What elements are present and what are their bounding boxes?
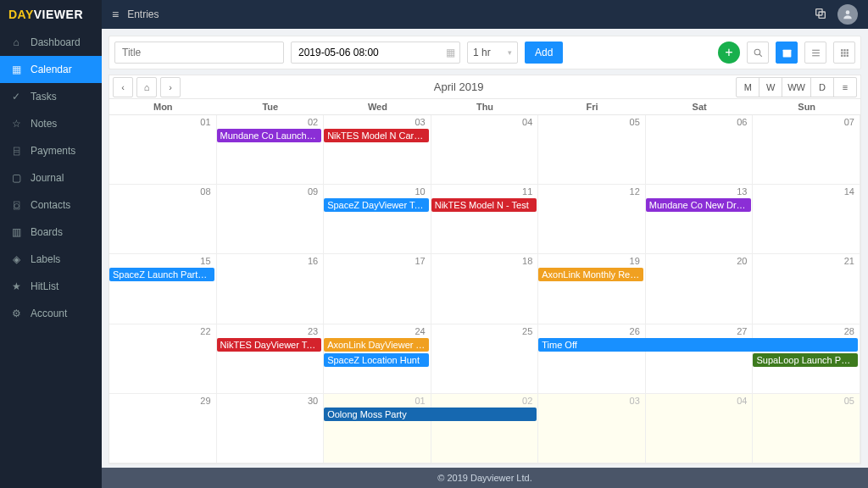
logo: DAYVIEWER xyxy=(0,0,102,29)
day-number: 03 xyxy=(630,396,640,406)
event[interactable]: AxonLink Monthly Report xyxy=(538,268,643,281)
day-cell[interactable]: 30 xyxy=(217,394,325,463)
day-number: 12 xyxy=(630,186,640,197)
day-cell[interactable]: 20 xyxy=(646,254,754,324)
day-cell[interactable]: 18 xyxy=(431,254,539,324)
event[interactable]: NikTES DayViewer Team Room xyxy=(217,338,322,352)
day-number: 26 xyxy=(630,326,640,336)
duration-select[interactable]: 1 hr ▾ xyxy=(467,42,518,64)
view-WW[interactable]: WW xyxy=(782,77,811,97)
day-cell[interactable]: 01 xyxy=(324,394,431,463)
view-M[interactable]: M xyxy=(736,77,760,97)
prev-button[interactable]: ‹ xyxy=(113,77,133,97)
day-cell[interactable]: 15 xyxy=(109,254,217,324)
day-cell[interactable]: 05 xyxy=(753,394,860,463)
day-cell[interactable]: 29 xyxy=(109,394,217,463)
event[interactable]: Mundane Co Launch Party ... xyxy=(217,129,322,142)
day-number: 09 xyxy=(308,186,318,197)
nav-label: Contacts xyxy=(31,199,70,211)
day-cell[interactable]: 22 xyxy=(109,324,217,394)
nav-tasks[interactable]: ✓Tasks xyxy=(0,83,102,110)
view-≡[interactable]: ≡ xyxy=(833,77,857,97)
nav-dashboard[interactable]: ⌂Dashboard xyxy=(0,29,102,56)
view-calendar-button[interactable] xyxy=(776,42,798,64)
nav-journal[interactable]: ▢Journal xyxy=(0,164,102,191)
view-grid-button[interactable] xyxy=(833,42,855,64)
day-cell[interactable]: 05 xyxy=(538,115,646,185)
event[interactable]: NikTES Model N Car Ideas xyxy=(324,129,429,142)
day-cell[interactable]: 11 xyxy=(431,185,539,254)
nav-contacts[interactable]: ⌼Contacts xyxy=(0,191,102,219)
title-input[interactable] xyxy=(114,42,284,64)
day-cell[interactable]: 02 xyxy=(431,394,539,463)
account-icon: ⚙ xyxy=(10,308,22,319)
day-cell[interactable]: 03 xyxy=(324,115,431,185)
event[interactable]: Mundane Co New Drill Bit xyxy=(646,198,751,212)
nav-account[interactable]: ⚙Account xyxy=(0,300,102,327)
duration-value: 1 hr xyxy=(473,47,491,58)
event[interactable]: SpaceZ DayViewer Team Ro... xyxy=(324,198,429,212)
nav-calendar[interactable]: ▦Calendar xyxy=(0,56,102,83)
today-button[interactable]: ⌂ xyxy=(136,77,157,97)
nav-payments[interactable]: ⌸Payments xyxy=(0,137,102,164)
datetime-input[interactable] xyxy=(291,42,460,64)
event[interactable]: SpaceZ Launch Party Paym... xyxy=(109,268,214,281)
day-number: 30 xyxy=(308,396,318,406)
day-cell[interactable]: 04 xyxy=(431,115,539,185)
next-button[interactable]: › xyxy=(160,77,181,97)
day-cell[interactable]: 26 xyxy=(538,324,646,394)
day-cell[interactable]: 13 xyxy=(646,185,754,254)
notes-icon: ☆ xyxy=(10,118,22,130)
contacts-icon: ⌼ xyxy=(10,199,22,211)
calendar-title: April 2019 xyxy=(181,80,737,93)
day-number: 05 xyxy=(844,396,854,406)
dayhdr-wed: Wed xyxy=(324,99,431,114)
day-cell[interactable]: 03 xyxy=(538,394,646,463)
day-cell[interactable]: 25 xyxy=(431,324,539,394)
day-cell[interactable]: 01 xyxy=(109,115,217,185)
day-cell[interactable]: 07 xyxy=(753,115,860,185)
day-cell[interactable]: 14 xyxy=(753,185,860,254)
event[interactable]: AxonLink DayViewer Team ... xyxy=(324,338,429,352)
day-cell[interactable]: 23 xyxy=(217,324,325,394)
view-W[interactable]: W xyxy=(759,77,782,97)
nav-hitlist[interactable]: ★HitList xyxy=(0,273,102,300)
day-cell[interactable]: 17 xyxy=(324,254,431,324)
day-number: 16 xyxy=(308,256,318,266)
dashboard-icon: ⌂ xyxy=(10,36,22,48)
day-cell[interactable]: 19 xyxy=(538,254,646,324)
menu-icon[interactable]: ≡ xyxy=(112,8,119,21)
day-cell[interactable]: 12 xyxy=(538,185,646,254)
day-cell[interactable]: 09 xyxy=(217,185,325,254)
copy-icon[interactable] xyxy=(814,7,829,22)
avatar[interactable] xyxy=(837,4,858,25)
svg-rect-10 xyxy=(841,49,843,51)
event[interactable]: Time Off xyxy=(538,338,858,352)
svg-line-4 xyxy=(759,53,761,56)
svg-rect-17 xyxy=(843,54,845,56)
event[interactable]: SupaLoop Launch Party Pa... xyxy=(753,353,858,367)
day-cell[interactable]: 10 xyxy=(324,185,431,254)
day-cell[interactable]: 04 xyxy=(646,394,754,463)
nav-notes[interactable]: ☆Notes xyxy=(0,110,102,137)
view-D[interactable]: D xyxy=(810,77,834,97)
day-cell[interactable]: 02 xyxy=(217,115,325,185)
view-list-button[interactable] xyxy=(804,42,826,64)
svg-rect-18 xyxy=(846,54,848,56)
svg-rect-16 xyxy=(841,54,843,56)
day-cell[interactable]: 27 xyxy=(646,324,754,394)
create-button[interactable]: + xyxy=(718,42,740,64)
day-number: 13 xyxy=(737,186,747,197)
add-button[interactable]: Add xyxy=(525,42,563,64)
nav-boards[interactable]: ▥Boards xyxy=(0,219,102,246)
search-button[interactable] xyxy=(747,42,769,64)
view-switch: MWWWD≡ xyxy=(737,77,857,97)
nav-labels[interactable]: ◈Labels xyxy=(0,246,102,273)
event[interactable]: NikTES Model N - Test xyxy=(431,198,537,212)
day-cell[interactable]: 08 xyxy=(109,185,217,254)
event[interactable]: SpaceZ Location Hunt xyxy=(324,353,429,367)
day-cell[interactable]: 06 xyxy=(646,115,754,185)
day-cell[interactable]: 21 xyxy=(753,254,860,324)
day-cell[interactable]: 16 xyxy=(217,254,325,324)
event[interactable]: Oolong Moss Party xyxy=(324,408,536,421)
